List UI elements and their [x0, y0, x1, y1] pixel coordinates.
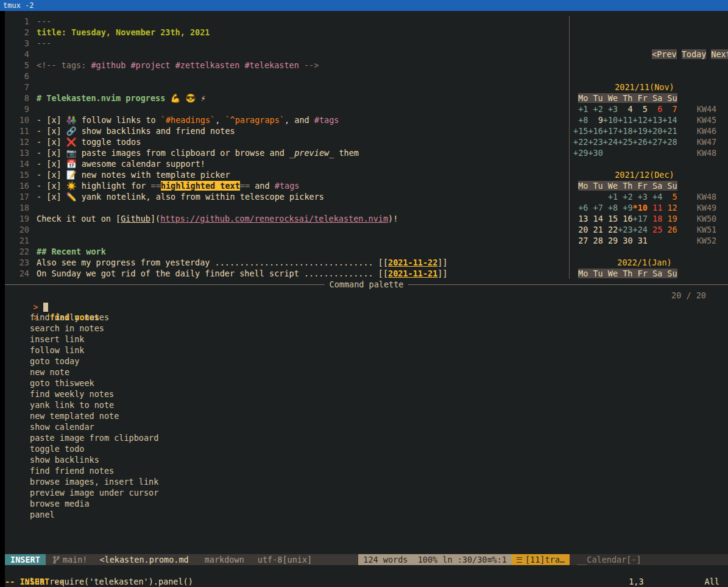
- calendar-day[interactable]: +27: [648, 136, 662, 147]
- palette-item[interactable]: goto today: [5, 356, 728, 367]
- calendar-day[interactable]: 6: [648, 104, 662, 114]
- calendar-day[interactable]: +14: [662, 114, 677, 125]
- calendar-day[interactable]: 20: [573, 224, 588, 235]
- calendar-day[interactable]: 31: [633, 235, 648, 246]
- calendar-day[interactable]: 28: [588, 235, 603, 246]
- palette-prompt-input[interactable]: > 20 / 20: [5, 290, 728, 301]
- calendar-day[interactable]: 16: [618, 213, 632, 224]
- editor-line[interactable]: 16- [x] ☀️ highlight for ==highlighted t…: [5, 180, 569, 191]
- palette-item[interactable]: browse media: [5, 498, 728, 509]
- palette-item[interactable]: preview image under cursor: [5, 487, 728, 498]
- editor-line[interactable]: 13- [x] 📷 paste images from clipboard or…: [5, 147, 569, 158]
- calendar-day[interactable]: +1: [573, 104, 588, 114]
- calendar-day[interactable]: +17: [603, 125, 618, 136]
- editor-line[interactable]: 15- [x] 📝 new notes with template picker: [5, 169, 569, 180]
- calendar-day[interactable]: +10: [603, 114, 618, 125]
- calendar-day[interactable]: 5: [633, 104, 648, 114]
- palette-item[interactable]: goto thisweek: [5, 378, 728, 388]
- palette-item[interactable]: find weekly notes: [5, 388, 728, 399]
- editor-line[interactable]: 23Also see my progress from yesterday ..…: [5, 257, 569, 268]
- calendar-day[interactable]: 19: [662, 213, 677, 224]
- calendar-day[interactable]: +18: [618, 125, 632, 136]
- calendar-day[interactable]: 21: [588, 224, 603, 235]
- calendar-day[interactable]: +16: [588, 125, 603, 136]
- editor-line[interactable]: 7: [5, 82, 569, 93]
- calendar-day[interactable]: 30: [618, 235, 632, 246]
- palette-item[interactable]: yank link to note: [5, 399, 728, 410]
- calendar-day[interactable]: +24: [633, 224, 648, 235]
- palette-item[interactable]: toggle todo: [5, 443, 728, 454]
- calendar-day[interactable]: +19: [633, 125, 648, 136]
- calendar-day[interactable]: 7: [662, 104, 677, 114]
- calendar-day[interactable]: +7: [588, 202, 603, 213]
- calendar-next-button[interactable]: Next>: [711, 49, 728, 59]
- editor-line[interactable]: 19Check it out on [Github](https://githu…: [5, 213, 569, 224]
- editor-line[interactable]: 11- [x] 🔗 show backlinks and friend note…: [5, 125, 569, 136]
- calendar-day[interactable]: 15: [603, 213, 618, 224]
- palette-selected-item[interactable]: >find notes: [5, 301, 728, 312]
- editor-line[interactable]: 20: [5, 224, 569, 235]
- palette-item[interactable]: show calendar: [5, 421, 728, 432]
- calendar-day[interactable]: +1: [603, 191, 618, 202]
- editor-line[interactable]: 12- [x] ❌ toggle todos: [5, 136, 569, 147]
- calendar-day[interactable]: +8: [603, 202, 618, 213]
- palette-item[interactable]: paste image from clipboard: [5, 432, 728, 443]
- palette-item[interactable]: browse images, insert link: [5, 476, 728, 487]
- editor-line[interactable]: 22## Recent work: [5, 246, 569, 257]
- calendar-day[interactable]: 22: [603, 224, 618, 235]
- palette-item[interactable]: find friend notes: [5, 465, 728, 476]
- calendar-day[interactable]: +28: [662, 136, 677, 147]
- calendar-day[interactable]: 4: [618, 104, 632, 114]
- calendar-day[interactable]: 13: [573, 213, 588, 224]
- editor-line[interactable]: 3---: [5, 38, 569, 49]
- calendar-day[interactable]: 9: [588, 114, 603, 125]
- editor-line[interactable]: 1---: [5, 16, 569, 27]
- editor-line[interactable]: 9: [5, 104, 569, 114]
- palette-item[interactable]: find daily notes: [5, 312, 728, 323]
- calendar-day[interactable]: 29: [603, 235, 618, 246]
- editor-line[interactable]: 6: [5, 71, 569, 82]
- calendar-day[interactable]: 26: [662, 224, 677, 235]
- calendar-day[interactable]: +20: [648, 125, 662, 136]
- calendar-day[interactable]: 14: [588, 213, 603, 224]
- calendar-day[interactable]: +24: [603, 136, 618, 147]
- editor-line[interactable]: 2title: Tuesday, November 23th, 2021: [5, 27, 569, 38]
- editor-line[interactable]: 5<!-- tags: #github #project #zettelkast…: [5, 60, 569, 71]
- calendar-day[interactable]: +29: [573, 147, 588, 158]
- palette-item[interactable]: panel: [5, 509, 728, 520]
- command-line[interactable]: :lua require('telekasten').panel(): [5, 565, 728, 576]
- calendar-day[interactable]: +23: [588, 136, 603, 147]
- calendar-day[interactable]: +9: [618, 202, 632, 213]
- calendar-today-button[interactable]: Today: [682, 49, 707, 59]
- calendar-day[interactable]: *10: [633, 202, 648, 213]
- palette-item[interactable]: search in notes: [5, 323, 728, 334]
- palette-item[interactable]: show backlinks: [5, 454, 728, 465]
- editor-line[interactable]: 24On Sunday we got rid of the daily find…: [5, 268, 569, 279]
- editor-line[interactable]: 14- [x] 📅 awesome calendar support!: [5, 158, 569, 169]
- calendar-day[interactable]: 25: [648, 224, 662, 235]
- editor-line[interactable]: 10- [x] 👫 follow links to `#headings`, `…: [5, 114, 569, 125]
- calendar-day[interactable]: +8: [573, 114, 588, 125]
- calendar-day[interactable]: +4: [648, 191, 662, 202]
- calendar-day[interactable]: +15: [573, 125, 588, 136]
- calendar-day[interactable]: 5: [662, 191, 677, 202]
- calendar-day[interactable]: 27: [573, 235, 588, 246]
- calendar-day[interactable]: +26: [633, 136, 648, 147]
- calendar-day[interactable]: +12: [633, 114, 648, 125]
- calendar-day[interactable]: +25: [618, 136, 632, 147]
- calendar-day[interactable]: +21: [662, 125, 677, 136]
- palette-item[interactable]: insert link: [5, 334, 728, 345]
- calendar-day[interactable]: 11: [648, 202, 662, 213]
- calendar-day[interactable]: +2: [618, 191, 632, 202]
- calendar-day[interactable]: +2: [588, 104, 603, 114]
- palette-item[interactable]: follow link: [5, 345, 728, 356]
- calendar-day[interactable]: +22: [573, 136, 588, 147]
- calendar-day[interactable]: +11: [618, 114, 632, 125]
- editor-line[interactable]: 21: [5, 235, 569, 246]
- palette-item[interactable]: new templated note: [5, 410, 728, 421]
- calendar-day[interactable]: +23: [618, 224, 632, 235]
- calendar-prev-button[interactable]: <Prev: [652, 49, 677, 59]
- editor-line[interactable]: 8# Telekasten.nvim progress 💪 😎 ⚡: [5, 93, 569, 104]
- editor-line[interactable]: 4: [5, 49, 569, 60]
- calendar-day[interactable]: +6: [573, 202, 588, 213]
